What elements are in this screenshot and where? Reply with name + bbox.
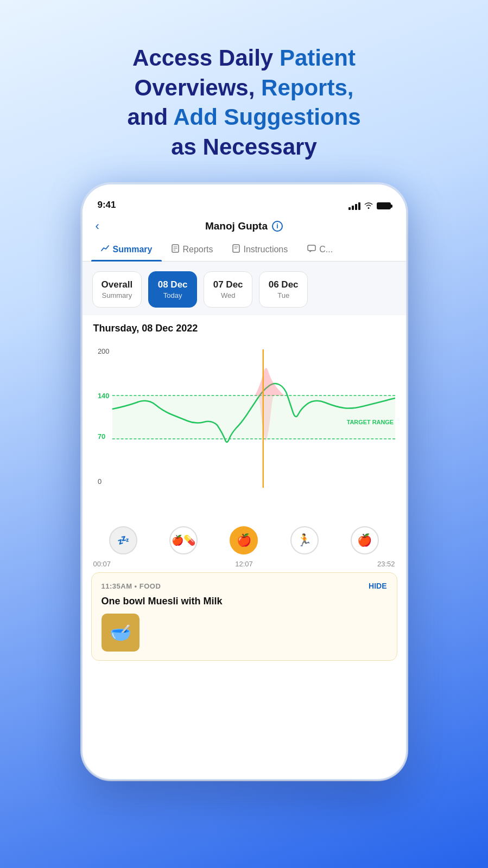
apple-pill-icon: 🍎💊 (172, 534, 195, 546)
date-chip-overall-day: Overall (102, 279, 133, 290)
runner-chip[interactable]: 🏃 (290, 526, 319, 554)
svg-rect-12 (112, 395, 395, 439)
summary-icon (101, 244, 110, 254)
hero-line2-dark: Overviews, (135, 75, 261, 100)
chat-icon (307, 245, 316, 254)
hero-line3-dark: and (127, 104, 173, 130)
food-image: 🥣 (102, 614, 140, 652)
phone-notch (201, 184, 288, 202)
time-start: 00:07 (93, 560, 111, 568)
status-icons (348, 201, 391, 210)
hero-line1-light: Patient (280, 45, 356, 71)
svg-text:TARGET RANGE: TARGET RANGE (346, 419, 394, 425)
date-selector: Overall Summary 08 Dec Today 07 Dec Wed … (83, 261, 406, 315)
chart-area: 200 140 70 0 TARGET RANGE (83, 339, 406, 523)
tab-summary[interactable]: Summary (91, 238, 162, 261)
apple2-icon: 🍎 (357, 533, 372, 547)
date-chip-dec06-label: Tue (268, 291, 299, 299)
battery-icon (377, 202, 391, 209)
signal-icon (348, 202, 360, 210)
hero-line4: as Necessary (171, 134, 317, 159)
food-card: 11:35AM • FOOD HIDE One bowl Muesli with… (91, 572, 397, 661)
date-chip-overall[interactable]: Overall Summary (92, 271, 142, 308)
food-card-header: 11:35AM • FOOD HIDE (102, 582, 387, 590)
glucose-chart: 200 140 70 0 TARGET RANGE (93, 344, 395, 496)
phone-frame: 9:41 ‹ Manoj Gupta i (81, 183, 407, 780)
sleep-icon-chip[interactable]: 💤 (109, 526, 137, 554)
svg-text:70: 70 (97, 432, 105, 441)
hero-section: Access Daily Patient Overviews, Reports,… (84, 43, 404, 162)
tab-reports[interactable]: Reports (162, 238, 223, 261)
tab-chat[interactable]: C... (297, 238, 343, 261)
time-mid: 12:07 (235, 560, 253, 568)
reports-icon (172, 244, 179, 254)
runner-icon: 🏃 (297, 533, 312, 547)
sleep-icon: 💤 (117, 534, 129, 546)
date-chip-dec07-label: Wed (213, 291, 243, 299)
date-chip-dec06-day: 06 Dec (268, 279, 299, 290)
tab-reports-label: Reports (182, 245, 213, 254)
tab-chat-label: C... (319, 245, 333, 254)
svg-text:140: 140 (97, 392, 109, 400)
svg-text:0: 0 (97, 477, 101, 486)
back-button[interactable]: ‹ (96, 219, 99, 233)
hero-line3-light: Add Suggestions (173, 104, 360, 130)
date-chip-dec07-day: 07 Dec (213, 279, 243, 290)
tab-instructions-label: Instructions (243, 245, 288, 254)
date-chip-overall-label: Summary (102, 291, 133, 299)
wifi-icon (364, 201, 373, 210)
svg-text:200: 200 (97, 347, 109, 355)
date-chip-dec08-day: 08 Dec (157, 279, 188, 290)
hero-line2-light: Reports, (261, 75, 353, 100)
info-icon[interactable]: i (272, 221, 283, 232)
time-axis: 00:07 12:07 23:52 (83, 558, 406, 572)
apple-pill-chip[interactable]: 🍎💊 (169, 526, 198, 554)
apple2-chip[interactable]: 🍎 (351, 526, 379, 554)
date-chip-dec06[interactable]: 06 Dec Tue (259, 271, 308, 308)
food-time-label: 11:35AM • FOOD (102, 582, 161, 590)
instructions-icon (232, 244, 240, 254)
svg-rect-7 (308, 245, 315, 251)
date-chip-dec08-label: Today (157, 291, 188, 299)
tabs-bar: Summary Reports Instruction (83, 238, 406, 261)
status-time: 9:41 (98, 200, 116, 210)
active-apple-chip[interactable]: 🍎 (230, 526, 258, 554)
tab-instructions[interactable]: Instructions (223, 238, 297, 261)
meal-icons-row: 💤 🍎💊 🍎 🏃 🍎 (83, 523, 406, 558)
date-heading: Thursday, 08 Dec 2022 (83, 315, 406, 339)
active-apple-icon: 🍎 (237, 533, 251, 547)
patient-name: Manoj Gupta i (205, 220, 283, 232)
tab-summary-label: Summary (113, 245, 153, 254)
hero-line1-dark: Access Daily (132, 45, 280, 71)
date-chip-dec07[interactable]: 07 Dec Wed (204, 271, 252, 308)
food-title: One bowl Muesli with Milk (102, 596, 387, 607)
date-chip-dec08[interactable]: 08 Dec Today (148, 271, 197, 308)
hide-button[interactable]: HIDE (369, 582, 386, 590)
time-end: 23:52 (377, 560, 395, 568)
app-header: ‹ Manoj Gupta i (83, 215, 406, 238)
